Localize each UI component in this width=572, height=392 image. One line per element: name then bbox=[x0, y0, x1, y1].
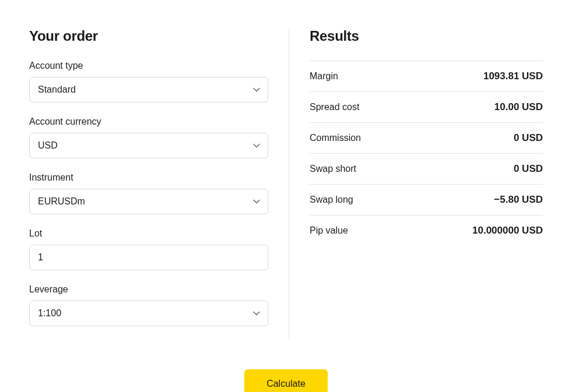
lot-input[interactable] bbox=[29, 245, 268, 270]
result-value: 1093.81 USD bbox=[483, 70, 543, 82]
account-type-label: Account type bbox=[29, 61, 268, 71]
instrument-control bbox=[29, 189, 268, 214]
result-label: Commission bbox=[310, 133, 361, 143]
account-type-control bbox=[29, 77, 268, 103]
calculate-button[interactable]: Calculate bbox=[244, 369, 328, 392]
result-label: Pip value bbox=[310, 225, 348, 236]
result-row-spread-cost: Spread cost 10.00 USD bbox=[310, 91, 543, 122]
account-type-select[interactable] bbox=[29, 77, 268, 103]
button-container: Calculate bbox=[29, 369, 543, 392]
account-type-group: Account type bbox=[29, 61, 268, 103]
result-label: Swap long bbox=[310, 195, 353, 205]
result-value: 0 USD bbox=[514, 132, 543, 144]
result-label: Margin bbox=[310, 71, 338, 82]
leverage-group: Leverage bbox=[29, 284, 268, 326]
instrument-select[interactable] bbox=[29, 189, 268, 214]
account-currency-select[interactable] bbox=[29, 133, 268, 158]
result-row-pip-value: Pip value 10.000000 USD bbox=[310, 215, 543, 246]
result-row-margin: Margin 1093.81 USD bbox=[310, 61, 543, 91]
instrument-group: Instrument bbox=[29, 172, 268, 214]
account-currency-label: Account currency bbox=[29, 116, 268, 127]
result-row-swap-short: Swap short 0 USD bbox=[310, 153, 543, 184]
lot-control bbox=[29, 245, 268, 270]
result-label: Spread cost bbox=[310, 102, 359, 112]
order-panel: Your order Account type Account currency… bbox=[29, 28, 289, 340]
account-currency-control bbox=[29, 133, 268, 158]
lot-group: Lot bbox=[29, 228, 268, 270]
result-row-swap-long: Swap long −5.80 USD bbox=[310, 184, 543, 215]
result-row-commission: Commission 0 USD bbox=[310, 122, 543, 153]
result-value: −5.80 USD bbox=[494, 194, 543, 206]
calculator-container: Your order Account type Account currency… bbox=[29, 28, 543, 340]
instrument-label: Instrument bbox=[29, 172, 268, 183]
result-value: 10.00 USD bbox=[494, 101, 543, 113]
account-currency-group: Account currency bbox=[29, 116, 268, 158]
leverage-control bbox=[29, 301, 268, 326]
leverage-select[interactable] bbox=[29, 301, 268, 326]
results-list: Margin 1093.81 USD Spread cost 10.00 USD… bbox=[310, 61, 543, 246]
results-title: Results bbox=[310, 28, 543, 44]
results-panel: Results Margin 1093.81 USD Spread cost 1… bbox=[289, 28, 543, 340]
order-title: Your order bbox=[29, 28, 268, 44]
result-value: 10.000000 USD bbox=[472, 225, 543, 236]
lot-label: Lot bbox=[29, 228, 268, 239]
result-label: Swap short bbox=[310, 164, 356, 174]
result-value: 0 USD bbox=[514, 163, 543, 175]
leverage-label: Leverage bbox=[29, 284, 268, 295]
